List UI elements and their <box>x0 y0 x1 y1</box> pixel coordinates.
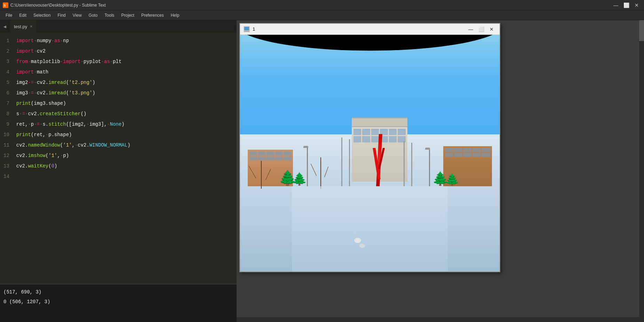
line-num-13: 13 <box>3 161 9 171</box>
menu-file[interactable]: File <box>2 11 16 19</box>
cv-restore-button[interactable]: ⬜ <box>477 26 486 33</box>
line-num-9: 9 <box>3 119 9 129</box>
console-line-1: (517, 690, 3) <box>3 287 233 297</box>
code-line-13: cv2.waitKey(0) <box>14 161 237 171</box>
line-num-4: 4 <box>3 67 9 77</box>
line-num-11: 11 <box>3 140 9 150</box>
code-line-7: print(img3.shape) <box>14 98 237 109</box>
line-num-5: 5 <box>3 77 9 88</box>
code-line-5: img2·=·cv2.imread('t2.png') <box>14 77 237 88</box>
line-num-7: 7 <box>3 98 9 109</box>
tab-filename: test.py <box>14 24 27 29</box>
tab-scroll-left[interactable]: ◀ <box>0 20 10 33</box>
cv-window-title: 1 <box>253 26 466 32</box>
tree-4: 🌲 <box>445 175 459 186</box>
scrollbar-thumb[interactable] <box>639 20 644 41</box>
code-content[interactable]: import·numpy·as·np import·cv2 from·matpl… <box>14 33 237 284</box>
menu-selection[interactable]: Selection <box>30 11 54 19</box>
right-panel: 1 — ⬜ ✕ <box>237 20 644 322</box>
code-line-14 <box>14 171 237 182</box>
svg-text:S: S <box>3 4 6 8</box>
cv-close-button[interactable]: ✕ <box>487 26 496 33</box>
menu-edit[interactable]: Edit <box>16 11 30 19</box>
app-icon: S <box>3 2 8 8</box>
cv-window-controls: — ⬜ ✕ <box>466 26 496 33</box>
line-num-1: 1 <box>3 36 9 46</box>
editor-tab[interactable]: test.py × <box>10 20 37 33</box>
cv-image-area: 🌲 🌲 🌲 🌲 <box>240 35 500 272</box>
console-area: (517, 690, 3) 0 (506, 1207, 3) <box>0 284 237 322</box>
line-num-3: 3 <box>3 56 9 67</box>
code-line-12: cv2.imshow('1',·p) <box>14 150 237 161</box>
code-line-4: import·math <box>14 67 237 77</box>
line-num-8: 8 <box>3 109 9 119</box>
menu-bar: File Edit Selection Find View Goto Tools… <box>0 10 644 20</box>
cv-title-bar: 1 — ⬜ ✕ <box>240 24 500 35</box>
menu-tools[interactable]: Tools <box>101 11 118 19</box>
bottom-scrollbar[interactable] <box>237 317 639 322</box>
menu-help[interactable]: Help <box>167 11 183 19</box>
minimize-button[interactable]: — <box>611 2 620 9</box>
menu-goto[interactable]: Goto <box>85 11 101 19</box>
menu-view[interactable]: View <box>69 11 85 19</box>
flagpole-3 <box>404 141 405 186</box>
svg-rect-3 <box>244 27 249 30</box>
bare-tree-1 <box>261 161 262 189</box>
flagpole-2 <box>349 139 350 186</box>
cv-window-icon <box>244 26 250 32</box>
code-line-2: import·cv2 <box>14 46 237 56</box>
restore-button[interactable]: ⬜ <box>622 2 631 9</box>
flagpole-1 <box>341 138 342 186</box>
code-line-8: s·=·cv2.createStitcher() <box>14 109 237 119</box>
window-controls: — ⬜ ✕ <box>611 2 641 9</box>
svg-rect-4 <box>244 31 249 32</box>
line-num-14: 14 <box>3 171 9 182</box>
code-line-10: print(ret,·p.shape) <box>14 129 237 140</box>
cv-minimize-button[interactable]: — <box>466 26 475 33</box>
menu-find[interactable]: Find <box>54 11 69 19</box>
line-num-6: 6 <box>3 88 9 98</box>
cv-window[interactable]: 1 — ⬜ ✕ <box>239 23 500 272</box>
code-area: 1 2 3 4 5 6 7 8 9 10 11 12 13 14 import·… <box>0 33 237 284</box>
tree-2: 🌲 <box>292 174 307 186</box>
code-line-6: img3·=·cv2.imread('t3.png') <box>14 88 237 98</box>
bare-tree-2 <box>320 157 321 189</box>
flagpole-4 <box>411 143 412 186</box>
lamp-2 <box>427 148 432 186</box>
line-num-2: 2 <box>3 46 9 56</box>
tab-bar: ◀ test.py × <box>0 20 237 33</box>
code-line-9: ret,·p·=·s.stitch([img2,·img3],·None) <box>14 119 237 129</box>
line-num-12: 12 <box>3 150 9 161</box>
code-line-3: from·matplotlib·import·pyplot·as·plt <box>14 56 237 67</box>
console-line-2: 0 (506, 1207, 3) <box>3 297 233 307</box>
tab-close-button[interactable]: × <box>30 24 32 29</box>
menu-preferences[interactable]: Preferences <box>138 11 167 19</box>
title-bar: S C:\Users\lenovouser\Desktop\test.py - … <box>0 0 644 10</box>
code-line-11: cv2.namedWindow('1',·cv2.WINDOW_NORMAL) <box>14 140 237 150</box>
menu-project[interactable]: Project <box>118 11 138 19</box>
panorama-image: 🌲 🌲 🌲 🌲 <box>240 35 500 272</box>
editor-panel: ◀ test.py × 1 2 3 4 5 6 7 8 9 10 11 12 1… <box>0 20 237 322</box>
line-numbers: 1 2 3 4 5 6 7 8 9 10 11 12 13 14 <box>0 33 14 284</box>
close-button[interactable]: ✕ <box>632 2 641 9</box>
line-num-10: 10 <box>3 129 9 140</box>
right-scrollbar[interactable] <box>639 20 644 322</box>
main-layout: ◀ test.py × 1 2 3 4 5 6 7 8 9 10 11 12 1… <box>0 20 644 322</box>
window-title: C:\Users\lenovouser\Desktop\test.py - Su… <box>10 3 106 8</box>
snow-path <box>292 186 448 272</box>
code-line-1: import·numpy·as·np <box>14 36 237 46</box>
